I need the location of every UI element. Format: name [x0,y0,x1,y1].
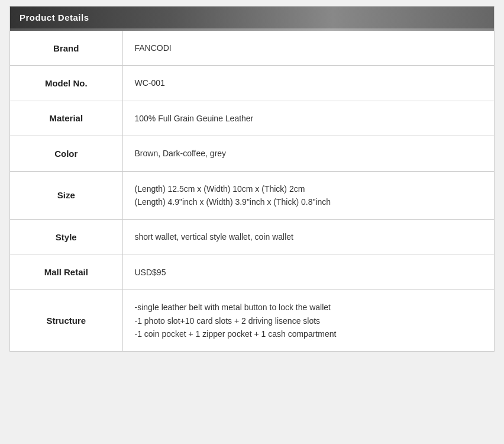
table-row: BrandFANCODI [10,31,494,66]
label-cell-0: Brand [10,31,122,66]
label-cell-1: Model No. [10,66,122,101]
value-line: WC-001 [135,76,483,89]
value-line: (Length) 4.9"inch x (Width) 3.9"inch x (… [135,195,483,208]
value-cell-7: -single leather belt with metal button t… [122,290,494,352]
label-cell-2: Material [10,101,122,136]
value-cell-3: Brown, Dark-coffee, grey [122,136,494,171]
value-line: FANCODI [135,41,483,54]
value-cell-2: 100% Full Grain Geuine Leather [122,101,494,136]
label-cell-5: Style [10,220,122,255]
table-row: Mall RetailUSD$95 [10,255,494,289]
label-cell-3: Color [10,136,122,171]
value-line: short wallet, vertical style wallet, coi… [135,230,483,243]
table-row: ColorBrown, Dark-coffee, grey [10,136,494,171]
value-line: -single leather belt with metal button t… [135,301,483,314]
value-cell-0: FANCODI [122,31,494,66]
product-details-title: Product Details [20,12,89,22]
label-cell-4: Size [10,171,122,220]
details-table: BrandFANCODIModel No.WC-001Material100% … [10,31,494,351]
value-line: USD$95 [135,266,483,279]
value-cell-6: USD$95 [122,255,494,289]
product-details-container: Product Details BrandFANCODIModel No.WC-… [9,6,495,352]
table-row: Material100% Full Grain Geuine Leather [10,101,494,136]
value-line: 100% Full Grain Geuine Leather [135,112,483,125]
table-row: Structure-single leather belt with metal… [10,290,494,352]
value-line: -1 coin pocket + 1 zipper pocket + 1 cas… [135,327,483,340]
value-line: Brown, Dark-coffee, grey [135,147,483,160]
table-row: Model No.WC-001 [10,66,494,101]
table-row: Styleshort wallet, vertical style wallet… [10,220,494,255]
product-details-header: Product Details [10,7,494,28]
value-cell-1: WC-001 [122,66,494,101]
value-line: -1 photo slot+10 card slots + 2 driving … [135,314,483,327]
label-cell-6: Mall Retail [10,255,122,289]
value-line: (Length) 12.5cm x (Width) 10cm x (Thick)… [135,182,483,195]
value-cell-4: (Length) 12.5cm x (Width) 10cm x (Thick)… [122,171,494,220]
table-row: Size(Length) 12.5cm x (Width) 10cm x (Th… [10,171,494,220]
value-cell-5: short wallet, vertical style wallet, coi… [122,220,494,255]
label-cell-7: Structure [10,290,122,352]
